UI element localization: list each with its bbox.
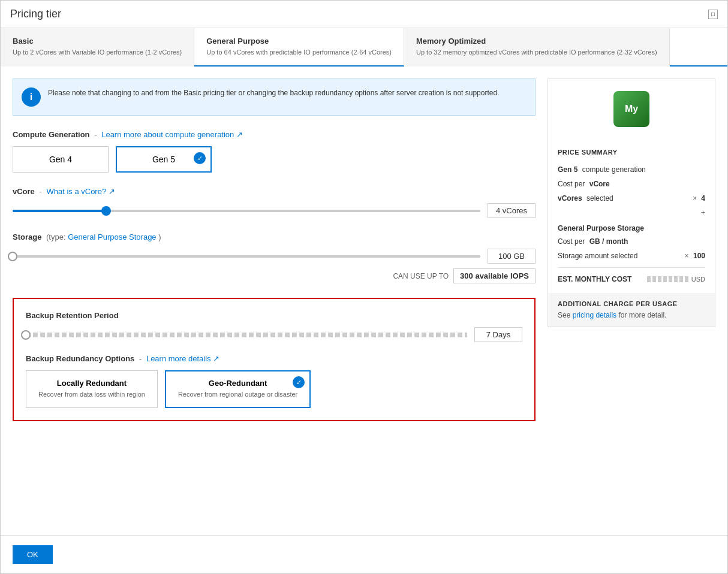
- cost-per-gb-label: Cost per GB / month: [558, 237, 628, 246]
- storage-value-box: 100 GB: [488, 249, 536, 264]
- est-monthly-cost-row: EST. MONTHLY COST USD: [558, 275, 705, 283]
- mysql-logo-icon: [613, 91, 649, 127]
- backup-retention-label: Backup Retention Period: [26, 311, 522, 320]
- vcore-slider-thumb[interactable]: [101, 206, 111, 216]
- additional-charge-title: ADDITIONAL CHARGE PER USAGE: [558, 300, 705, 307]
- additional-charge-text: See pricing details for more detail.: [558, 311, 705, 319]
- storage-slider-fill: [13, 255, 480, 258]
- storage-amount-value: × 100: [685, 252, 705, 260]
- redundancy-buttons: Locally Redundant Recover from data loss…: [26, 370, 522, 407]
- vcore-slider-container: 4 vCores: [13, 203, 536, 218]
- info-message: Please note that changing to and from th…: [48, 87, 499, 98]
- maximize-button[interactable]: □: [708, 10, 718, 19]
- tab-general-purpose[interactable]: General Purpose Up to 64 vCores with pre…: [194, 28, 404, 67]
- storage-section-label: Storage (type: General Purpose Storage ): [13, 232, 536, 241]
- tab-mo-title: Memory Optimized: [416, 37, 657, 46]
- gen5-button[interactable]: Gen 5 ✓: [116, 146, 212, 173]
- tab-basic-title: Basic: [13, 37, 182, 46]
- pricing-tier-window: Pricing tier □ Basic Up to 2 vCores with…: [0, 0, 728, 574]
- backup-value-box: 7 Days: [474, 327, 522, 342]
- tab-mo-desc: Up to 32 memory optimized vCores with pr…: [416, 48, 657, 57]
- backup-slider-thumb[interactable]: [21, 330, 31, 340]
- redundancy-section-label: Backup Redundancy Options - Learn more d…: [26, 354, 522, 363]
- compute-learn-more-link[interactable]: Learn more about compute generation ↗: [101, 130, 243, 139]
- additional-charge-section: ADDITIONAL CHARGE PER USAGE See pricing …: [548, 293, 715, 327]
- tab-gp-title: General Purpose: [206, 37, 392, 46]
- price-divider: [558, 267, 705, 268]
- compute-buttons: Gen 4 Gen 5 ✓: [13, 146, 536, 173]
- backup-redundancy-section: Backup Redundancy Options - Learn more d…: [26, 354, 522, 407]
- gen4-button[interactable]: Gen 4: [13, 146, 109, 173]
- iops-value: 300 available IOPS: [453, 268, 536, 283]
- cost-per-vcore-row: Cost per vCore: [558, 180, 705, 188]
- title-bar: Pricing tier □: [1, 1, 727, 28]
- storage-slider-thumb[interactable]: [8, 252, 17, 261]
- vcore-count-label: vCores selected: [558, 194, 613, 203]
- ok-button[interactable]: OK: [13, 545, 53, 564]
- iops-label: CAN USE UP TO: [393, 272, 449, 280]
- compute-gen-row: Gen 5 compute generation: [558, 165, 705, 174]
- storage-type-link[interactable]: General Purpose Storage: [68, 232, 156, 241]
- price-card: PRICE SUMMARY Gen 5 compute generation C…: [547, 78, 715, 327]
- tabs-bar: Basic Up to 2 vCores with Variable IO pe…: [1, 28, 727, 67]
- backup-slider-track[interactable]: [26, 333, 467, 337]
- vcore-value-box: 4 vCores: [488, 203, 536, 218]
- geo-redundant-button[interactable]: Geo-Redundant Recover from regional outa…: [165, 370, 311, 407]
- redundancy-external-link-icon: ↗: [213, 354, 219, 363]
- vcore-external-link-icon: ↗: [109, 187, 115, 196]
- vcore-learn-more-link[interactable]: What is a vCore? ↗: [46, 187, 115, 196]
- locally-redundant-title: Locally Redundant: [38, 379, 145, 388]
- cost-per-gb-row: Cost per GB / month: [558, 237, 705, 246]
- est-monthly-value: USD: [647, 276, 705, 283]
- plus-row: +: [558, 209, 705, 217]
- vcore-count-value: × 4: [693, 194, 705, 203]
- side-panel: PRICE SUMMARY Gen 5 compute generation C…: [547, 78, 715, 523]
- vcore-count-row: vCores selected × 4: [558, 194, 705, 203]
- tab-memory-optimized[interactable]: Memory Optimized Up to 32 memory optimiz…: [404, 28, 670, 67]
- gen5-check-icon: ✓: [194, 152, 206, 164]
- price-summary-section: PRICE SUMMARY Gen 5 compute generation C…: [548, 139, 715, 293]
- vcore-section-label: vCore - What is a vCore? ↗: [13, 187, 536, 196]
- window-title: Pricing tier: [10, 8, 61, 20]
- backup-retention-subsection: Backup Retention Period 7 Days: [26, 311, 522, 342]
- compute-generation-section: Compute Generation - Learn more about co…: [13, 130, 536, 173]
- storage-slider-track[interactable]: [13, 255, 480, 258]
- est-monthly-amount: [647, 276, 689, 282]
- gp-storage-title: General Purpose Storage: [558, 224, 705, 232]
- backup-slider-container: 7 Days: [26, 327, 522, 342]
- compute-gen-label: Gen 5 compute generation: [558, 165, 646, 174]
- redundancy-learn-more-link[interactable]: Learn more details ↗: [146, 354, 219, 363]
- backup-section: Backup Retention Period 7 Days Backup Re…: [13, 298, 536, 421]
- storage-section: Storage (type: General Purpose Storage )…: [13, 232, 536, 283]
- price-logo: [548, 79, 715, 139]
- cost-per-vcore-label: Cost per vCore: [558, 180, 610, 188]
- vcore-slider-track[interactable]: [13, 210, 480, 212]
- locally-redundant-button[interactable]: Locally Redundant Recover from data loss…: [26, 370, 158, 407]
- window-controls: □: [708, 10, 718, 19]
- external-link-icon: ↗: [236, 130, 243, 139]
- geo-redundant-title: Geo-Redundant: [178, 379, 297, 388]
- tab-basic[interactable]: Basic Up to 2 vCores with Variable IO pe…: [1, 28, 194, 67]
- storage-slider-container: 100 GB: [13, 249, 536, 264]
- footer: OK: [1, 535, 727, 573]
- info-icon: i: [22, 87, 41, 107]
- geo-redundant-desc: Recover from regional outage or disaster: [178, 390, 297, 399]
- locally-redundant-desc: Recover from data loss within region: [38, 390, 145, 399]
- iops-row: CAN USE UP TO 300 available IOPS: [13, 268, 536, 283]
- content-area: i Please note that changing to and from …: [1, 67, 727, 535]
- compute-section-label: Compute Generation - Learn more about co…: [13, 130, 536, 139]
- tab-basic-desc: Up to 2 vCores with Variable IO performa…: [13, 48, 182, 57]
- storage-amount-label: Storage amount selected: [558, 252, 637, 260]
- tab-gp-desc: Up to 64 vCores with predictable IO perf…: [206, 48, 392, 57]
- vcore-section: vCore - What is a vCore? ↗ 4 vCores: [13, 187, 536, 218]
- price-summary-title: PRICE SUMMARY: [558, 149, 705, 156]
- currency-label: USD: [691, 276, 705, 283]
- pricing-details-link[interactable]: pricing details: [573, 311, 616, 319]
- storage-amount-row: Storage amount selected × 100: [558, 252, 705, 260]
- vcore-slider-fill: [13, 210, 106, 212]
- info-box: i Please note that changing to and from …: [13, 78, 536, 116]
- main-panel: i Please note that changing to and from …: [13, 78, 536, 523]
- geo-check-icon: ✓: [293, 376, 305, 388]
- est-monthly-label: EST. MONTHLY COST: [558, 275, 631, 283]
